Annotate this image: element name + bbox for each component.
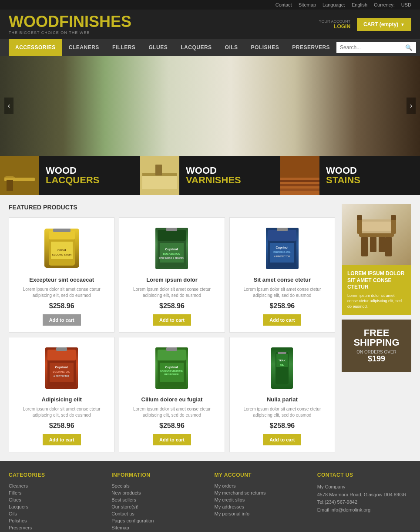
search-box[interactable]: 🔍 bbox=[336, 42, 416, 53]
footer-link-specials[interactable]: Specials bbox=[111, 483, 205, 488]
language-value[interactable]: English bbox=[352, 2, 367, 7]
currency-label: Currency: bbox=[374, 2, 395, 7]
svg-text:DECKING OIL: DECKING OIL bbox=[53, 370, 70, 373]
varnishes-type-label: VARNISHES bbox=[186, 175, 241, 185]
svg-rect-26 bbox=[280, 180, 319, 182]
hero-prev-button[interactable]: ‹ bbox=[4, 98, 13, 114]
svg-rect-27 bbox=[280, 184, 319, 186]
cat-banner-stains[interactable]: WOOD STAINS bbox=[280, 156, 420, 195]
teak-oil-bottle: TEAK OIL bbox=[271, 347, 293, 389]
nav-item-oils[interactable]: OILS bbox=[218, 39, 245, 56]
svg-rect-41 bbox=[166, 228, 177, 231]
footer-link-credit-slips[interactable]: My credit slips bbox=[215, 497, 309, 502]
product-desc-1: Lorem ipsum dolor sit amet conse ctetur … bbox=[16, 286, 108, 299]
products-section: FEATURED PRODUCTS Cabot SECOND STAIN bbox=[9, 204, 335, 452]
nav-item-cleaners[interactable]: CLEANERS bbox=[62, 39, 106, 56]
login-link[interactable]: LOGIN bbox=[334, 24, 350, 30]
product-desc-2: Lorem ipsum dolor sit amet conse ctetur … bbox=[126, 286, 218, 299]
cat-banner-lacquers[interactable]: WOOD LACQUERS bbox=[0, 156, 140, 195]
product-price-5: $258.96 bbox=[126, 422, 218, 430]
footer-link-polishes[interactable]: Polishes bbox=[9, 518, 103, 523]
product-name-5: Cillum dolore eu fugiat bbox=[126, 396, 218, 403]
currency-value[interactable]: USD bbox=[401, 2, 411, 7]
svg-rect-9 bbox=[76, 99, 107, 110]
svg-point-15 bbox=[299, 77, 310, 82]
add-to-cart-button-3[interactable]: Add to cart bbox=[263, 314, 301, 326]
nav-item-lacquers[interactable]: LACQUERS bbox=[174, 39, 218, 56]
shipping-label: SHIPPING bbox=[348, 338, 405, 347]
furniture-restorer-can: Cuprinol GARDEN FURNITURE RESTORER bbox=[155, 347, 188, 389]
svg-rect-62 bbox=[166, 347, 177, 351]
footer-link-fillers[interactable]: Fillers bbox=[9, 490, 103, 495]
footer-link-oils[interactable]: Oils bbox=[9, 511, 103, 516]
svg-rect-55 bbox=[56, 347, 67, 351]
footer-link-my-orders[interactable]: My orders bbox=[215, 483, 309, 488]
nav-item-fillers[interactable]: FILLERS bbox=[106, 39, 142, 56]
logo[interactable]: WOODFINISHES THE BIGGEST CHOICE ON THE W… bbox=[9, 14, 131, 35]
product-name-6: Nulla pariat bbox=[236, 396, 328, 403]
footer-link-preservers[interactable]: Preservers bbox=[9, 525, 103, 530]
svg-rect-23 bbox=[155, 165, 162, 175]
svg-text:TEAK: TEAK bbox=[279, 359, 286, 362]
footer-link-cleaners[interactable]: Cleaners bbox=[9, 483, 103, 488]
footer-link-addresses[interactable]: My addresses bbox=[215, 504, 309, 509]
add-to-cart-button-2[interactable]: Add to cart bbox=[153, 314, 191, 326]
cat-banner-stains-text: WOOD STAINS bbox=[319, 162, 367, 189]
footer-link-contact-us[interactable]: Contact us bbox=[111, 511, 205, 516]
promo-card[interactable]: LOREM IPSUM DOLOR SIT AMET CONSE CTETUR … bbox=[342, 204, 411, 315]
search-button[interactable]: 🔍 bbox=[402, 42, 416, 53]
logo-tagline: THE BIGGEST CHOICE ON THE WEB bbox=[9, 30, 131, 35]
footer-link-personal-info[interactable]: My personal info bbox=[215, 511, 309, 516]
footer-email: Email info@demolink.org bbox=[317, 506, 411, 514]
product-image-3: Cuprinol DECKING OIL & PROTECTOR bbox=[236, 224, 328, 272]
lacquers-thumbnail bbox=[0, 156, 39, 195]
footer-contact-title: CONTACT US bbox=[317, 472, 411, 478]
sitemap-link[interactable]: Sitemap bbox=[299, 2, 316, 7]
nav-item-glues[interactable]: GLUES bbox=[142, 39, 174, 56]
product-image-4: Cuprinol DECKING OIL & PROTECTOR bbox=[16, 344, 108, 392]
svg-rect-43 bbox=[268, 230, 296, 241]
hero-next-button[interactable]: › bbox=[407, 98, 416, 114]
add-to-cart-button-4[interactable]: Add to cart bbox=[43, 434, 81, 445]
footer-link-best-sellers[interactable]: Best sellers bbox=[111, 497, 205, 502]
product-card-6: TEAK OIL Nulla pariat Lorem ipsum dolor … bbox=[229, 337, 335, 452]
featured-products-title: FEATURED PRODUCTS bbox=[9, 204, 335, 211]
nav-item-polishes[interactable]: POLISHES bbox=[245, 39, 286, 56]
svg-rect-36 bbox=[158, 230, 186, 241]
footer-link-sitemap[interactable]: Sitemap bbox=[111, 525, 205, 530]
contact-link[interactable]: Contact bbox=[276, 2, 292, 7]
nav-item-accessories[interactable]: ACCESSORIES bbox=[9, 39, 62, 56]
footer-link-our-stores[interactable]: Our store(s)! bbox=[111, 504, 205, 509]
hero-slider: ‹ › bbox=[0, 56, 420, 156]
cat-banner-lacquers-image bbox=[0, 156, 39, 195]
lacquers-type-label: LACQUERS bbox=[46, 175, 99, 185]
footer-address: 4578 Marmora Road, Glasgow D04 89GR bbox=[317, 491, 411, 499]
footer-link-lacquers[interactable]: Lacquers bbox=[9, 504, 103, 509]
chair-svg bbox=[346, 206, 407, 263]
svg-rect-18 bbox=[7, 180, 13, 191]
footer-link-pages-config[interactable]: Pages configuration bbox=[111, 518, 205, 523]
svg-rect-70 bbox=[385, 237, 392, 256]
cart-button[interactable]: CART (empty) ▼ bbox=[357, 18, 411, 31]
footer-information-title: INFORMATION bbox=[111, 472, 205, 478]
svg-rect-22 bbox=[142, 176, 177, 189]
search-input[interactable] bbox=[336, 42, 402, 53]
cabot-can: Cabot SECOND STAIN bbox=[44, 229, 79, 268]
add-to-cart-button-6[interactable]: Add to cart bbox=[263, 434, 301, 445]
footer-link-glues[interactable]: Glues bbox=[9, 497, 103, 502]
product-desc-6: Lorem ipsum dolor sit amet conse ctetur … bbox=[236, 406, 328, 418]
shipping-amount: $199 bbox=[348, 354, 405, 364]
product-desc-3: Lorem ipsum dolor sit amet conse ctetur … bbox=[236, 286, 328, 299]
svg-text:DUCKSBACK: DUCKSBACK bbox=[163, 253, 180, 255]
svg-text:& PROTECTOR: & PROTECTOR bbox=[54, 375, 70, 377]
free-shipping-banner: FREE SHIPPING ON ORDERS OVER $199 bbox=[342, 320, 411, 372]
add-to-cart-button-5[interactable]: Add to cart bbox=[153, 434, 191, 445]
svg-rect-64 bbox=[278, 352, 286, 354]
cat-banner-varnishes[interactable]: WOOD VARNISHES bbox=[140, 156, 280, 195]
footer-company: My Company bbox=[317, 483, 411, 491]
add-to-cart-button-1[interactable]: Add to cart bbox=[43, 314, 81, 326]
footer-link-merchandise-returns[interactable]: My merchandise returns bbox=[215, 490, 309, 495]
promo-text-area: LOREM IPSUM DOLOR SIT AMET CONSE CTETUR … bbox=[342, 265, 411, 315]
nav-item-preservers[interactable]: PRESERVERS bbox=[286, 39, 336, 56]
footer-link-new-products[interactable]: New products bbox=[111, 490, 205, 495]
